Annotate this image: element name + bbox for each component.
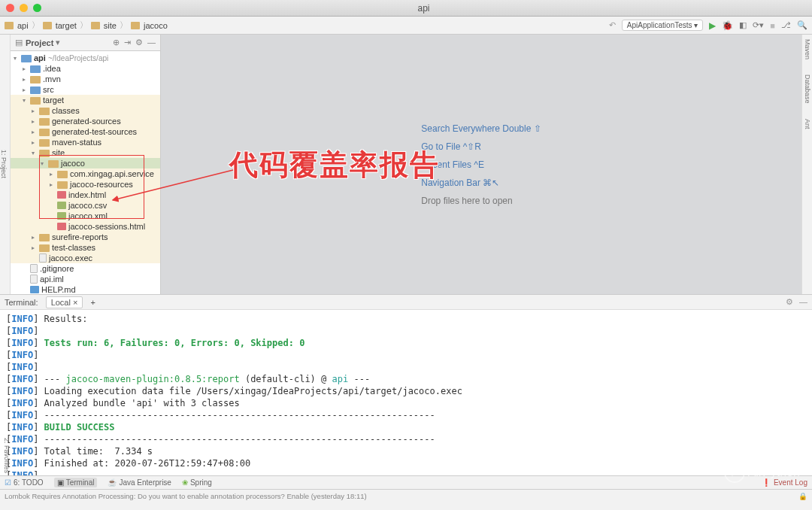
tool-project[interactable]: 1: Project bbox=[0, 150, 8, 178]
tree-label: surefire-reports bbox=[52, 232, 108, 241]
tree-label: generated-sources bbox=[52, 117, 121, 126]
tab-spring[interactable]: ❀ Spring bbox=[182, 478, 212, 487]
terminal-label: Terminal: bbox=[5, 298, 38, 307]
git-icon[interactable]: ⎇ bbox=[781, 20, 791, 30]
csv-icon bbox=[57, 202, 66, 209]
event-log[interactable]: ❗ Event Log bbox=[762, 478, 807, 487]
terminal-output[interactable]: [INFO] Results: [INFO] [INFO] Tests run:… bbox=[0, 310, 812, 475]
tree-label: jacoco.csv bbox=[68, 201, 107, 210]
run-button[interactable]: ▶ bbox=[709, 20, 716, 31]
close-window[interactable] bbox=[6, 4, 14, 12]
right-tool-strip: Maven Database Ant bbox=[801, 35, 812, 294]
breadcrumb-item[interactable]: site bbox=[104, 21, 117, 30]
stop-button[interactable]: ■ bbox=[770, 21, 775, 30]
project-panel-header: ▤ Project ▾ ⊕ ⇥ ⚙ — bbox=[11, 35, 160, 51]
html-icon bbox=[57, 223, 66, 230]
debug-button[interactable]: 🐞 bbox=[722, 20, 733, 31]
folder-icon bbox=[43, 22, 52, 29]
tree-label: .idea bbox=[43, 64, 61, 73]
tree-label: api.iml bbox=[40, 275, 64, 284]
breadcrumb-item[interactable]: jacoco bbox=[144, 21, 168, 30]
folder-icon bbox=[48, 160, 59, 168]
tree-label: index.html bbox=[68, 190, 106, 199]
tree-label: jacoco.exec bbox=[49, 253, 92, 263]
folder-icon bbox=[30, 65, 41, 73]
tree-label: .mvn bbox=[43, 74, 61, 83]
lock-icon[interactable]: 🔒 bbox=[798, 492, 807, 500]
status-bar: Lombok Requires Annotation Processing: D… bbox=[0, 489, 812, 502]
tree-node-maven-status[interactable]: ▸maven-status bbox=[11, 137, 160, 147]
search-icon[interactable]: 🔍 bbox=[797, 20, 807, 30]
gear-icon[interactable]: ⚙ bbox=[135, 38, 143, 47]
folder-icon bbox=[39, 139, 50, 147]
project-dropdown[interactable]: Project bbox=[26, 38, 53, 47]
tree-label: site bbox=[52, 148, 65, 157]
folder-icon bbox=[57, 171, 68, 178]
html-icon bbox=[57, 191, 66, 199]
navigation-bar: api〉 target〉 site〉 jacoco ↶ ApiApplicati… bbox=[0, 17, 812, 35]
tool-maven[interactable]: Maven bbox=[804, 39, 811, 59]
tree-label: classes bbox=[52, 106, 80, 115]
folder-icon bbox=[91, 22, 100, 29]
folder-icon bbox=[39, 244, 50, 252]
folder-icon bbox=[30, 97, 41, 105]
tree-label: jacoco.xml bbox=[68, 211, 108, 220]
tree-label: generated-test-sources bbox=[52, 127, 137, 136]
tree-node-generated-sources[interactable]: ▸generated-sources bbox=[11, 116, 160, 126]
tree-node-target[interactable]: ▾target bbox=[11, 95, 160, 105]
tree-node-src[interactable]: ▸src bbox=[11, 84, 160, 95]
tree-root[interactable]: ▾ api ~/IdeaProjects/api bbox=[11, 53, 160, 63]
panel-icon: ▤ bbox=[15, 38, 23, 47]
titlebar: api bbox=[0, 0, 812, 17]
module-icon bbox=[21, 55, 32, 62]
folder-icon bbox=[5, 22, 14, 29]
collapse-icon[interactable]: ⇥ bbox=[124, 38, 131, 47]
folder-icon bbox=[39, 108, 50, 115]
breadcrumb[interactable]: api〉 target〉 site〉 jacoco bbox=[5, 20, 168, 31]
tree-label: maven-status bbox=[52, 138, 102, 147]
folder-icon bbox=[30, 76, 41, 83]
tree-node-generated-test-sources[interactable]: ▸generated-test-sources bbox=[11, 126, 160, 137]
tree-node--mvn[interactable]: ▸.mvn bbox=[11, 74, 160, 84]
folder-icon bbox=[39, 129, 50, 136]
select-opened-file-icon[interactable]: ⊕ bbox=[113, 38, 120, 47]
tool-database[interactable]: Database bbox=[804, 74, 811, 104]
left-tool-strip: 1: Project 2: Structure bbox=[0, 35, 11, 294]
folder-icon bbox=[131, 22, 140, 29]
folder-icon bbox=[30, 87, 41, 94]
tree-label: src bbox=[43, 85, 54, 94]
terminal-tab-local[interactable]: Local × bbox=[46, 296, 83, 308]
maximize-window[interactable] bbox=[33, 4, 41, 12]
svg-line-0 bbox=[113, 170, 233, 200]
editor-hints: Search Everywhere Double ⇧ Go to File ^⇧… bbox=[421, 120, 541, 210]
profile-button[interactable]: ⟳▾ bbox=[753, 20, 764, 30]
tree-label: .gitignore bbox=[40, 264, 74, 273]
back-icon[interactable]: ↶ bbox=[609, 20, 616, 30]
terminal-add-tab[interactable]: + bbox=[90, 298, 95, 307]
gear-icon[interactable]: ⚙ bbox=[786, 297, 793, 307]
folder-icon bbox=[57, 181, 68, 189]
tree-node-classes[interactable]: ▸classes bbox=[11, 105, 160, 116]
tool-favorites[interactable]: 2: Favorites bbox=[3, 438, 11, 473]
breadcrumb-item[interactable]: target bbox=[56, 21, 77, 30]
tab-terminal[interactable]: ▣ Terminal bbox=[54, 478, 98, 487]
status-message[interactable]: Lombok Requires Annotation Processing: D… bbox=[5, 492, 367, 500]
hide-icon[interactable]: — bbox=[799, 297, 807, 307]
tab-java-enterprise[interactable]: ☕ Java Enterprise bbox=[108, 478, 171, 487]
tree-label: test-classes bbox=[52, 243, 95, 252]
folder-icon bbox=[39, 150, 50, 157]
tool-ant[interactable]: Ant bbox=[804, 119, 811, 129]
file-icon bbox=[39, 253, 47, 263]
file-icon bbox=[30, 275, 38, 284]
tree-node-site[interactable]: ▾site bbox=[11, 147, 160, 158]
bottom-tool-tabs: 2: Favorites ☑ 6: TODO ▣ Terminal ☕ Java… bbox=[0, 475, 812, 489]
folder-icon bbox=[39, 118, 50, 126]
hide-icon[interactable]: — bbox=[147, 38, 156, 47]
tree-node--idea[interactable]: ▸.idea bbox=[11, 63, 160, 74]
breadcrumb-item[interactable]: api bbox=[17, 21, 29, 30]
run-configuration-dropdown[interactable]: ApiApplicationTests ▾ bbox=[622, 20, 704, 31]
annotation-arrow bbox=[105, 162, 346, 328]
minimize-window[interactable] bbox=[20, 4, 28, 12]
tree-label: HELP.md bbox=[41, 285, 76, 294]
coverage-button[interactable]: ◧ bbox=[739, 20, 747, 30]
